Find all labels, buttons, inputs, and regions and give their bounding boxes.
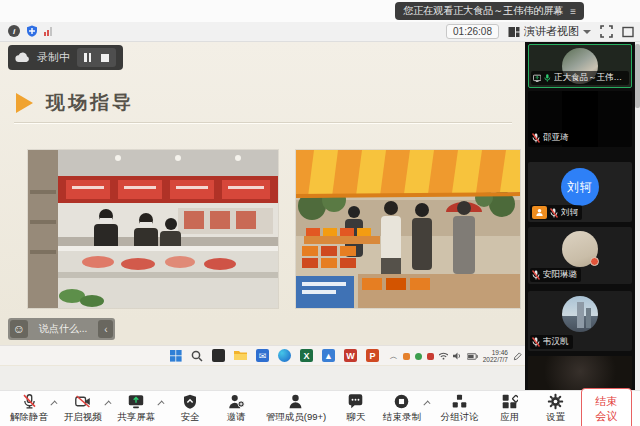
- avatar: [562, 231, 598, 267]
- emoji-icon[interactable]: ☺: [10, 320, 28, 338]
- fullscreen-icon[interactable]: [600, 25, 613, 38]
- volume-icon[interactable]: [453, 352, 462, 360]
- participant-name-bar: 安阳琳璐: [530, 268, 581, 282]
- mail-icon[interactable]: ✉: [256, 349, 269, 362]
- task-view-icon[interactable]: [212, 349, 225, 362]
- unmute-options-chevron[interactable]: [50, 400, 57, 407]
- participant-tile-anyanglinlu[interactable]: 安阳琳璐: [528, 227, 632, 284]
- unmute-label: 解除静音: [10, 411, 48, 424]
- members-person-icon: [287, 393, 304, 410]
- participant-name: 正大食品～王伟伟的…: [554, 72, 625, 84]
- windows-start-icon[interactable]: [170, 350, 182, 362]
- share-screen-label: 共享屏幕: [117, 411, 155, 424]
- window-icon[interactable]: [622, 26, 634, 38]
- avatar: [562, 296, 598, 332]
- watching-text: 您正在观看正大食品～王伟伟的屏幕: [403, 4, 563, 18]
- status-icons: i: [8, 25, 52, 37]
- chat-overlay: ☺ 说点什么... ‹: [8, 318, 115, 340]
- breakout-rooms-button[interactable]: 分组讨论: [435, 392, 485, 426]
- video-face-hint: [528, 356, 632, 390]
- chat-input-placeholder[interactable]: 说点什么...: [28, 322, 98, 336]
- chat-label: 聊天: [346, 411, 365, 424]
- tray-expand-icon[interactable]: ︿: [390, 351, 398, 362]
- manage-members-button[interactable]: 管理成员(99+): [261, 392, 331, 426]
- tray-app-icon-red[interactable]: [427, 353, 434, 360]
- participant-tile-wangweiwei[interactable]: 正大食品～王伟伟的…: [528, 44, 632, 88]
- scrollbar-thumb[interactable]: [635, 44, 640, 108]
- sidebar-scrollbar[interactable]: [635, 42, 640, 390]
- file-explorer-icon[interactable]: [234, 350, 247, 361]
- mic-muted-icon: [532, 270, 540, 280]
- photo-butcher-shop: [28, 150, 278, 308]
- photos-icon[interactable]: ▲: [322, 349, 335, 362]
- taskbar-clock[interactable]: 19:46 2022/7/7: [483, 349, 508, 363]
- powerpoint-icon[interactable]: P: [366, 349, 379, 362]
- manage-members-label: 管理成员(99+): [266, 411, 326, 424]
- slide-photos: [28, 150, 520, 308]
- photo-market-stall: [296, 150, 520, 308]
- taskbar-system-tray: ︿ 19:46 2022/7/7: [390, 347, 522, 365]
- mic-muted-icon: [532, 337, 540, 347]
- invite-label: 邀请: [226, 411, 245, 424]
- stop-recording-button[interactable]: 结束录制: [381, 392, 423, 426]
- share-options-chevron[interactable]: [158, 400, 165, 407]
- collapse-chat-icon[interactable]: ‹: [98, 320, 113, 338]
- edge-browser-icon[interactable]: [278, 349, 291, 362]
- screen-sharing-icon: [533, 74, 541, 83]
- mic-muted-icon: [532, 133, 540, 143]
- shared-screen: 录制中 现场指导: [0, 42, 525, 390]
- taskbar-date: 2022/7/7: [483, 356, 508, 363]
- end-meeting-button[interactable]: 结束会议: [581, 388, 632, 426]
- security-shield-icon: [182, 393, 198, 410]
- participant-tile-liuke[interactable]: 刘轲 刘轲: [528, 162, 632, 222]
- pen-ink-icon[interactable]: [513, 352, 522, 361]
- share-screen-button[interactable]: 共享屏幕: [115, 392, 157, 426]
- search-icon[interactable]: [191, 350, 203, 362]
- participant-tile-shaoyaqi[interactable]: 邵亚琦: [528, 91, 632, 147]
- watching-banner[interactable]: 您正在观看正大食品～王伟伟的屏幕 ≡: [395, 2, 584, 20]
- stop-recording-button[interactable]: [101, 54, 109, 62]
- mic-on-icon: [544, 73, 551, 83]
- meeting-toolbar: 解除静音 开启视频 共享屏幕 安全 邀请: [0, 390, 640, 426]
- security-shield-icon[interactable]: [26, 25, 38, 37]
- shared-windows-taskbar: ✉ X ▲ W P ︿: [0, 345, 525, 365]
- invite-button[interactable]: 邀请: [215, 392, 257, 426]
- network-signal-icon[interactable]: [44, 26, 52, 36]
- chat-button[interactable]: 聊天: [335, 392, 377, 426]
- security-button[interactable]: 安全: [169, 392, 211, 426]
- participant-name-bar: 韦汉凯: [530, 335, 573, 349]
- meeting-info-icon[interactable]: i: [8, 25, 20, 37]
- tray-app-icon-green[interactable]: [415, 353, 422, 360]
- menu-icon[interactable]: ≡: [570, 6, 576, 17]
- recording-label: 录制中: [37, 50, 70, 65]
- participant-tile-partial[interactable]: [528, 356, 632, 390]
- main-region: 录制中 现场指导: [0, 42, 640, 390]
- meeting-control-strip: i 01:26:08 演讲者视图: [0, 22, 640, 42]
- control-strip-right: 01:26:08 演讲者视图: [446, 24, 634, 39]
- gear-icon: [547, 393, 564, 410]
- view-mode-label: 演讲者视图: [524, 24, 579, 39]
- meeting-timer: 01:26:08: [446, 24, 499, 39]
- view-mode-button[interactable]: 演讲者视图: [508, 24, 591, 39]
- unmute-button[interactable]: 解除静音: [8, 392, 50, 426]
- start-video-label: 开启视频: [64, 411, 102, 424]
- pause-recording-button[interactable]: [84, 53, 91, 62]
- wifi-icon[interactable]: [439, 352, 448, 360]
- taskbar-time: 19:46: [483, 349, 508, 356]
- recording-options-chevron[interactable]: [423, 400, 430, 407]
- battery-icon[interactable]: [467, 353, 478, 360]
- apps-button[interactable]: 应用: [489, 392, 531, 426]
- start-video-button[interactable]: 开启视频: [62, 392, 104, 426]
- excel-icon[interactable]: X: [300, 349, 313, 362]
- participant-name-bar: 刘轲: [530, 205, 582, 220]
- wps-icon[interactable]: W: [344, 349, 357, 362]
- notification-bar: 您正在观看正大食品～王伟伟的屏幕 ≡: [0, 0, 640, 22]
- layout-icon: [508, 26, 520, 38]
- video-options-chevron[interactable]: [104, 400, 111, 407]
- slide-title: 现场指导: [46, 90, 134, 116]
- settings-button[interactable]: 设置: [535, 392, 577, 426]
- chevron-down-icon: [583, 30, 591, 34]
- participant-tile-weihankai[interactable]: 韦汉凯: [528, 291, 632, 351]
- tray-app-icon-orange[interactable]: [403, 353, 410, 360]
- stop-record-icon: [393, 393, 410, 410]
